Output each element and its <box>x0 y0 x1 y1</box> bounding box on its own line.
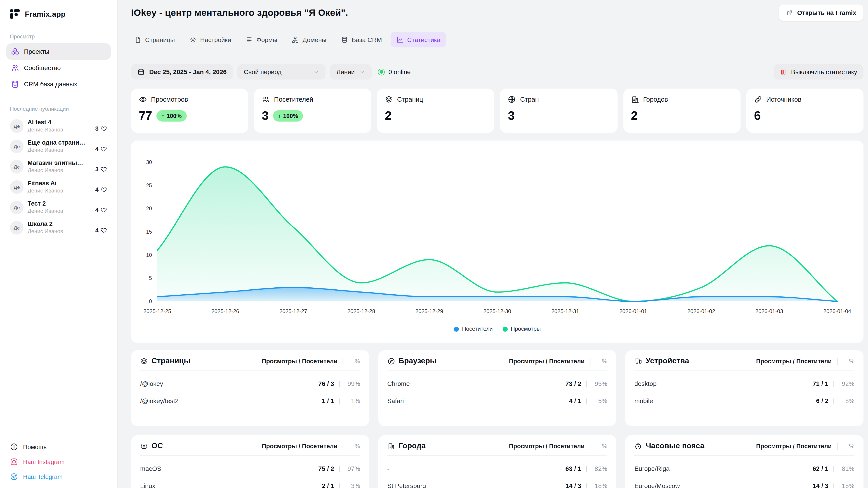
publication-author: Денис Иванов <box>28 188 91 194</box>
stat-card-visitors: Посетителей 3 ↑100% <box>254 89 371 133</box>
date-range-picker[interactable]: Dec 25, 2025 - Jan 4, 2026 <box>131 64 233 79</box>
instagram-link[interactable]: Наш Instagram <box>6 458 111 466</box>
table-pages: Страницы Просмотры / Посетители | % /@io… <box>131 350 369 426</box>
traffic-chart-card: 0510152025302025-12-252025-12-262025-12-… <box>131 140 864 343</box>
table-row[interactable]: Europe/Moscow 14 / 3 | 18% <box>634 477 855 488</box>
tab-crm-base[interactable]: База CRM <box>335 32 388 47</box>
publication-author: Денис Иванов <box>28 147 91 153</box>
help-link[interactable]: Помощь <box>6 443 111 451</box>
tab-statistics[interactable]: Статистика <box>391 32 446 47</box>
database-icon <box>11 80 20 88</box>
tab-domains[interactable]: Домены <box>286 32 332 47</box>
avatar: Де <box>10 200 24 214</box>
disable-stats-button[interactable]: Выключить статистику <box>774 64 864 79</box>
sidebar: Framix.app Просмотр Проекты Сообщество C… <box>0 0 118 488</box>
list-item[interactable]: Де Тест 2 Денис Иванов 4 <box>6 197 111 217</box>
sidebar-item-crm-database[interactable]: CRM база данных <box>6 76 111 92</box>
layers-icon <box>385 95 393 103</box>
traffic-chart: 0510152025302025-12-252025-12-262025-12-… <box>131 140 864 343</box>
filter-bar: Dec 25, 2025 - Jan 4, 2026 Свой период Л… <box>131 64 864 79</box>
telegram-link[interactable]: Наш Telegram <box>6 473 111 481</box>
stat-cards: Просмотров 77 ↑100% Посетителей 3 ↑100% <box>131 89 864 133</box>
sidebar-item-projects[interactable]: Проекты <box>6 43 111 60</box>
sidebar-item-label: CRM база данных <box>24 80 77 88</box>
chart-type-select[interactable]: Линии <box>330 64 372 79</box>
publication-title: AI test 4 <box>28 119 86 126</box>
instagram-icon <box>10 458 18 466</box>
framix-logo-icon <box>9 8 21 20</box>
layers-icon <box>140 357 148 365</box>
sidebar-section-view: Просмотр <box>10 33 111 40</box>
eye-icon <box>139 95 147 103</box>
svg-text:2025-12-25: 2025-12-25 <box>144 308 171 314</box>
tab-pages[interactable]: Страницы <box>128 32 181 47</box>
table-row[interactable]: macOS 75 / 2 | 97% <box>140 460 360 477</box>
table-row[interactable]: /@iokey 76 / 3 | 99% <box>140 375 360 392</box>
publication-title: Школа 2 <box>28 221 86 227</box>
clock-icon <box>634 442 642 450</box>
online-status: 0 online <box>378 68 410 75</box>
sidebar-item-community[interactable]: Сообщество <box>6 60 111 76</box>
table-cities: Города Просмотры / Посетители | % - 63 /… <box>378 435 616 488</box>
table-row[interactable]: desktop 71 / 1 | 92% <box>634 375 855 392</box>
tab-settings[interactable]: Настройки <box>183 32 237 47</box>
svg-text:25: 25 <box>146 183 152 188</box>
period-select[interactable]: Свой период <box>237 64 326 79</box>
publication-title: Еще одна страница… <box>28 139 86 146</box>
sidebar-item-label: Сообщество <box>24 64 61 71</box>
legend-dot-icon <box>454 326 459 331</box>
stats-bars-icon <box>780 68 786 75</box>
breakdown-tables: Страницы Просмотры / Посетители | % /@io… <box>131 350 864 488</box>
svg-text:10: 10 <box>146 252 152 258</box>
open-on-framix-button[interactable]: Открыть на Framix <box>779 4 864 21</box>
gear-icon <box>189 36 196 43</box>
table-row[interactable]: Chrome 73 / 2 | 95% <box>387 375 607 392</box>
document-icon <box>134 36 142 43</box>
likes-count: 3 <box>95 125 107 133</box>
heart-icon <box>100 125 107 132</box>
avatar: Де <box>10 119 24 133</box>
stat-value: 3 <box>508 109 515 123</box>
brand[interactable]: Framix.app <box>6 8 111 20</box>
link-icon <box>754 95 762 103</box>
delta-badge: ↑100% <box>273 110 303 122</box>
list-item[interactable]: Де Еще одна страница… Денис Иванов 4 <box>6 136 111 156</box>
publication-author: Денис Иванов <box>28 127 91 133</box>
svg-text:2026-01-01: 2026-01-01 <box>619 308 647 314</box>
table-row[interactable]: Safari 4 / 1 | 5% <box>387 392 607 410</box>
list-item[interactable]: Де Fitness Ai Денис Иванов 4 <box>6 177 111 197</box>
heart-icon <box>100 227 107 234</box>
list-item[interactable]: Де Школа 2 Денис Иванов 4 <box>6 217 111 238</box>
cpu-icon <box>140 442 148 450</box>
building-icon <box>631 95 639 103</box>
stat-card-sources: Источников 6 <box>746 89 864 133</box>
publication-title: Магазин элитных часов <box>28 160 86 166</box>
table-row[interactable]: /@iokey/test2 1 / 1 | 1% <box>140 392 360 410</box>
main-content: IOkey - центр ментального здоровья "Я Ок… <box>118 0 868 488</box>
sidebar-footer: Помощь Наш Instagram Наш Telegram <box>6 443 111 481</box>
svg-text:2025-12-27: 2025-12-27 <box>279 308 307 314</box>
table-row[interactable]: Linux 2 / 1 | 3% <box>140 477 360 488</box>
stat-value: 2 <box>631 109 638 123</box>
avatar: Де <box>10 221 24 234</box>
legend-item-views: Просмотры <box>503 326 541 332</box>
users-icon <box>11 64 20 72</box>
svg-text:15: 15 <box>146 229 152 235</box>
likes-count: 4 <box>95 227 107 234</box>
brand-name: Framix.app <box>25 10 66 18</box>
table-row[interactable]: - 63 / 1 | 82% <box>387 460 607 477</box>
list-item[interactable]: Де Магазин элитных часов Денис Иванов 3 <box>6 156 111 177</box>
list-item[interactable]: Де AI test 4 Денис Иванов 3 <box>6 116 111 136</box>
legend-dot-icon <box>503 326 508 331</box>
stat-value: 6 <box>754 109 761 123</box>
table-row[interactable]: mobile 6 / 2 | 8% <box>634 392 855 410</box>
table-row[interactable]: St Petersburg 14 / 3 | 18% <box>387 477 607 488</box>
likes-count: 3 <box>95 166 107 173</box>
chevron-down-icon <box>360 69 365 75</box>
heart-icon <box>100 206 107 213</box>
table-row[interactable]: Europe/Riga 62 / 1 | 81% <box>634 460 855 477</box>
tab-forms[interactable]: Формы <box>240 32 283 47</box>
svg-text:2025-12-26: 2025-12-26 <box>211 308 239 314</box>
stat-value: 3 <box>262 109 268 123</box>
online-dot-icon <box>378 68 385 75</box>
